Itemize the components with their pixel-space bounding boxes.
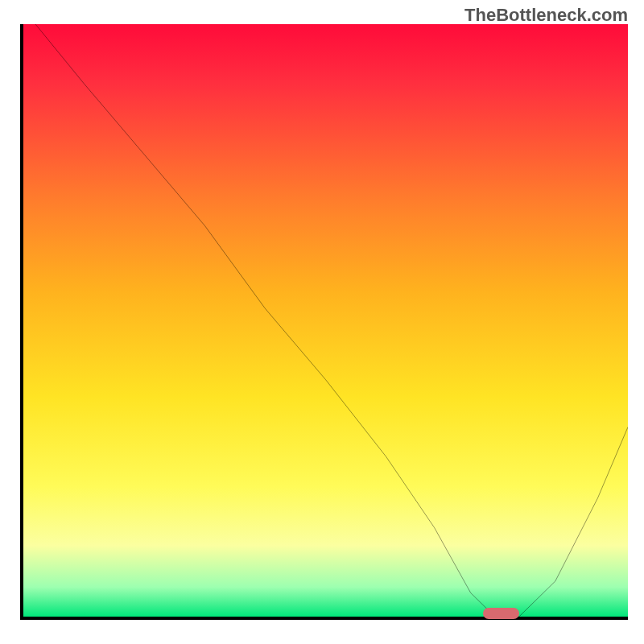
watermark-text: TheBottleneck.com bbox=[464, 5, 628, 26]
optimal-range-marker bbox=[483, 608, 519, 619]
bottleneck-curve bbox=[23, 24, 628, 617]
plot-area bbox=[20, 24, 628, 620]
